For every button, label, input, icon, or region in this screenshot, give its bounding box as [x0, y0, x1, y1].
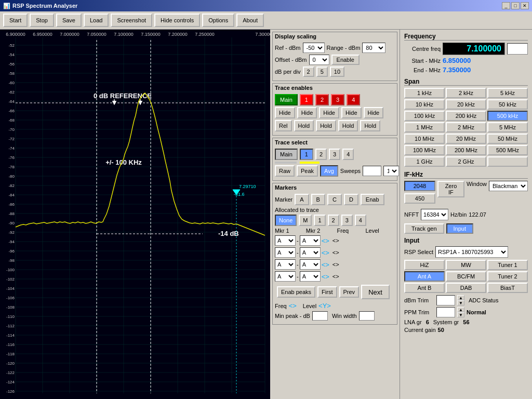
freq-arrow-3[interactable]: <> — [322, 261, 329, 269]
freq-arrow-1[interactable]: <> — [322, 237, 329, 245]
mkr1-sel-4[interactable]: A — [275, 271, 296, 282]
maximize-button[interactable]: □ — [511, 2, 520, 9]
trace-3-button[interactable]: 3 — [331, 94, 344, 105]
span-2mhz[interactable]: 2 MHz — [446, 122, 486, 132]
span-2khz[interactable]: 2 kHz — [446, 88, 486, 98]
trace-rel-main[interactable]: Rel — [275, 120, 292, 131]
span-500khz[interactable]: 500 kHz — [487, 111, 528, 121]
trace-hold-1[interactable]: Hold — [294, 120, 314, 131]
span-50khz[interactable]: 50 kHz — [487, 99, 528, 110]
spectrum-area[interactable]: 6.900000 6.950000 7.000000 7.050000 7.10… — [0, 30, 270, 399]
raw-button[interactable]: Raw — [275, 165, 295, 177]
trace-hold-2[interactable]: Hold — [316, 120, 336, 131]
trace-hide-1[interactable]: Hide — [297, 107, 317, 118]
mkr2-sel-1[interactable]: A — [300, 235, 321, 246]
avg-button[interactable]: Avg — [320, 165, 338, 177]
alloc-4[interactable]: 4 — [355, 215, 366, 226]
dbm-trim-up[interactable]: ▲ — [457, 295, 464, 300]
enab-peaks-button[interactable]: Enab peaks — [277, 286, 315, 298]
trace-main-button[interactable]: Main — [275, 94, 298, 105]
ppm-trim-up[interactable]: ▲ — [457, 307, 464, 312]
alloc-1[interactable]: 1 — [314, 215, 325, 226]
span-10mhz[interactable]: 10 MHz — [404, 134, 445, 144]
centre-freq-input[interactable] — [507, 43, 528, 55]
start-button[interactable]: Start — [3, 14, 28, 27]
min-peak-input[interactable]: 10 — [312, 311, 328, 321]
span-50mhz[interactable]: 50 MHz — [487, 134, 528, 144]
load-button[interactable]: Load — [84, 14, 109, 27]
mkr1-sel-3[interactable]: A — [275, 259, 296, 270]
trace-hide-4[interactable]: Hide — [364, 107, 384, 118]
level-bottom-arrow[interactable]: <Y> — [318, 302, 331, 310]
nfft-select[interactable]: 16384 8192 32768 — [421, 209, 448, 220]
first-button[interactable]: First — [317, 286, 337, 298]
dbm-trim-input[interactable]: 0.0 — [436, 295, 455, 305]
span-200mhz[interactable]: 200 MHz — [446, 145, 486, 155]
trace-1-button[interactable]: 1 — [300, 94, 313, 105]
freq-arrow-2[interactable]: <> — [322, 249, 329, 257]
end-freq-value[interactable]: 7.350000 — [443, 66, 471, 74]
hiz-button[interactable]: HiZ — [404, 260, 445, 270]
ppm-trim-input[interactable]: 0.0 — [436, 307, 455, 317]
span-2ghz[interactable]: 2 GHz — [446, 156, 486, 167]
mkr2-sel-2[interactable]: A — [300, 247, 321, 258]
window-select[interactable]: Blackman Hanning Flat top — [489, 181, 528, 191]
span-1khz[interactable]: 1 kHz — [404, 88, 445, 98]
db2-button[interactable]: 2 — [303, 66, 314, 77]
mkr1-sel-2[interactable]: A — [275, 247, 296, 258]
bc-fm-button[interactable]: BC/FM — [446, 271, 486, 282]
trace-hide-3[interactable]: Hide — [341, 107, 362, 118]
freq-arrow-4[interactable]: <> — [322, 273, 329, 281]
enable-button[interactable]: Enable — [331, 55, 360, 65]
screenshot-button[interactable]: Screenshot — [111, 14, 152, 27]
start-freq-value[interactable]: 6.850000 — [443, 57, 471, 64]
input-button[interactable]: Input — [446, 223, 473, 234]
trace-hold-3[interactable]: Hold — [338, 120, 358, 131]
alloc-none[interactable]: None — [275, 215, 297, 226]
tuner1-button[interactable]: Tuner 1 — [487, 260, 528, 270]
options-button[interactable]: Options — [202, 14, 234, 27]
mw-button[interactable]: MW — [446, 260, 486, 270]
trace-sel-2[interactable]: 2 — [315, 149, 327, 160]
span-200khz[interactable]: 200 kHz — [446, 111, 486, 121]
span-100khz[interactable]: 100 kHz — [404, 111, 445, 121]
range-select[interactable]: 80 60 100 — [362, 43, 385, 53]
span-100mhz[interactable]: 100 MHz — [404, 145, 445, 155]
tuner2-button[interactable]: Tuner 2 — [487, 271, 528, 282]
dbm-trim-down[interactable]: ▼ — [457, 300, 464, 305]
db10-button[interactable]: 10 — [330, 66, 344, 77]
prev-button[interactable]: Prev — [339, 286, 360, 298]
trace-4-button[interactable]: 4 — [347, 94, 360, 105]
marker-a-button[interactable]: A — [295, 194, 309, 205]
win-width-input[interactable]: 10 — [359, 311, 375, 321]
track-gen-button[interactable]: Track gen — [404, 223, 444, 234]
ant-b-button[interactable]: Ant B — [404, 283, 445, 293]
trace-sel-1[interactable]: 1 — [300, 149, 313, 160]
centre-freq-display[interactable]: 7.100000 — [443, 43, 505, 55]
span-20mhz[interactable]: 20 MHz — [446, 134, 486, 144]
rsp-select[interactable]: RSP1A - 1807025993 — [435, 246, 508, 258]
mkr1-sel-1[interactable]: A — [275, 235, 296, 246]
marker-enab-button[interactable]: Enab — [361, 194, 384, 205]
freq-bottom-arrow[interactable]: <> — [289, 302, 297, 310]
save-button[interactable]: Save — [56, 14, 82, 27]
stop-button[interactable]: Stop — [30, 14, 54, 27]
marker-c-button[interactable]: C — [327, 194, 342, 205]
next-button[interactable]: Next — [361, 285, 390, 299]
trace-hide-main[interactable]: Hide — [275, 107, 295, 118]
db5-button[interactable]: 5 — [316, 66, 328, 77]
span-20khz[interactable]: 20 kHz — [446, 99, 486, 110]
dab-button[interactable]: DAB — [446, 283, 486, 293]
marker-d-button[interactable]: D — [344, 194, 358, 205]
span-500mhz[interactable]: 500 MHz — [487, 145, 528, 155]
if-2048-button[interactable]: 2048 — [404, 181, 435, 191]
trace-hold-4[interactable]: Hold — [360, 120, 380, 131]
bias-t-button[interactable]: BiasT — [487, 283, 528, 293]
mkr2-sel-3[interactable]: A — [300, 259, 321, 270]
alloc-2[interactable]: 2 — [328, 215, 339, 226]
marker-b-button[interactable]: B — [311, 194, 325, 205]
sweeps-input[interactable]: 16 — [363, 166, 381, 176]
trace-sel-3[interactable]: 3 — [329, 149, 340, 160]
trace-sel-4[interactable]: 4 — [342, 149, 354, 160]
about-button[interactable]: About — [236, 14, 264, 27]
